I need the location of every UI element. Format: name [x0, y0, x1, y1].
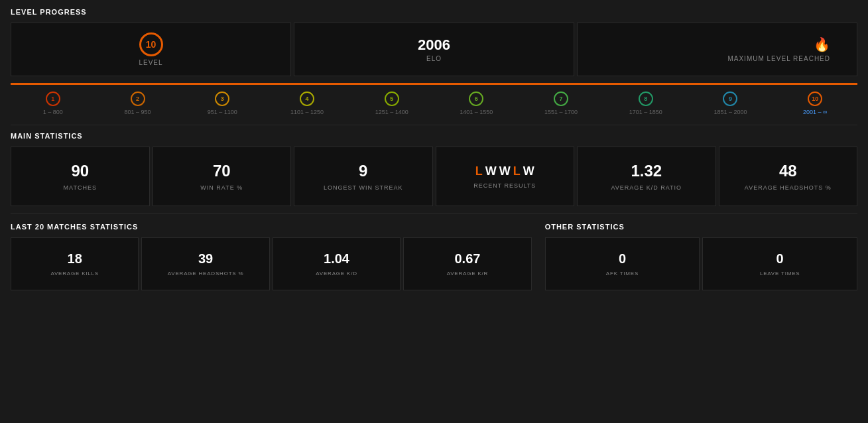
tick-range-5: 1251 – 1400 — [375, 109, 408, 115]
tick-item-6: 61401 – 1550 — [434, 91, 519, 115]
tick-item-3: 3951 – 1100 — [180, 91, 265, 115]
other-stats-row: 0AFK TIMES0LEAVE TIMES — [545, 237, 857, 290]
stat-value-4: 1.32 — [631, 162, 662, 180]
main-stats-section: MAIN STATISTICS 90MATCHES70WIN RATE %9LO… — [11, 132, 857, 206]
tick-circle-8: 8 — [639, 91, 653, 106]
last20-label-2: AVERAGE K/D — [316, 271, 357, 276]
level-circle: 10 — [139, 32, 163, 56]
last20-label-0: AVERAGE KILLS — [50, 271, 99, 276]
last20-card-0: 18AVERAGE KILLS — [11, 237, 139, 290]
stat-label-2: LONGEST WIN STREAK — [324, 184, 403, 191]
tick-item-2: 2801 – 950 — [95, 91, 180, 115]
other-stat-value-0: 0 — [619, 251, 626, 267]
stat-label-5: AVERAGE HEADSHOTS % — [745, 184, 832, 191]
last20-section: LAST 20 MATCHES STATISTICS 18AVERAGE KIL… — [11, 223, 532, 290]
stat-label-3: RECENT RESULTS — [473, 182, 536, 189]
max-level-content: 🔥 MAXIMUM LEVEL REACHED — [591, 36, 843, 62]
main-stat-card-3: LWWLWRECENT RESULTS — [436, 147, 575, 206]
level-progress-title: LEVEL PROGRESS — [11, 8, 857, 16]
last20-value-0: 18 — [68, 251, 82, 267]
other-stat-card-0: 0AFK TIMES — [545, 237, 700, 290]
last20-card-1: 39AVERAGE HEADSHOTS % — [141, 237, 269, 290]
elo-value: 2006 — [418, 36, 450, 54]
other-stats-section: OTHER STATISTICS 0AFK TIMES0LEAVE TIMES — [545, 223, 857, 290]
tick-range-4: 1101 – 1250 — [290, 109, 324, 115]
tick-range-8: 1701 – 1850 — [629, 109, 662, 115]
other-stat-label-0: AFK TIMES — [606, 271, 639, 276]
main-stats-title: MAIN STATISTICS — [11, 132, 857, 140]
last20-title: LAST 20 MATCHES STATISTICS — [11, 223, 532, 231]
tick-circle-5: 5 — [385, 91, 399, 106]
last20-label-1: AVERAGE HEADSHOTS % — [168, 271, 244, 276]
main-stat-card-1: 70WIN RATE % — [153, 147, 292, 206]
last20-label-3: AVERAGE K/R — [447, 271, 488, 276]
result-2: W — [499, 164, 511, 178]
last20-card-2: 1.04AVERAGE K/D — [273, 237, 401, 290]
level-card: 10 LEVEL — [11, 23, 291, 76]
other-stat-value-1: 0 — [776, 251, 784, 267]
main-stats-row: 90MATCHES70WIN RATE %9LONGEST WIN STREAK… — [11, 147, 857, 206]
level-progress-section: LEVEL PROGRESS 10 LEVEL 2006 ELO 🔥 MAXIM… — [11, 8, 857, 115]
progress-bar-section: 11 – 8002801 – 9503951 – 110041101 – 125… — [11, 83, 857, 115]
tick-circle-6: 6 — [469, 91, 483, 106]
main-container: LEVEL PROGRESS 10 LEVEL 2006 ELO 🔥 MAXIM… — [0, 0, 868, 298]
tick-range-2: 801 – 950 — [125, 109, 151, 115]
tick-item-10: 102001 – ∞ — [773, 91, 857, 115]
tick-item-4: 41101 – 1250 — [265, 91, 349, 115]
last20-value-3: 0.67 — [454, 251, 480, 267]
tick-range-6: 1401 – 1550 — [460, 109, 493, 115]
tick-range-7: 1551 – 1700 — [544, 109, 578, 115]
max-level-label: MAXIMUM LEVEL REACHED — [727, 55, 830, 62]
result-1: W — [485, 164, 497, 178]
tick-item-5: 51251 – 1400 — [349, 91, 434, 115]
tick-range-10: 2001 – ∞ — [803, 109, 827, 115]
level-label: LEVEL — [139, 59, 162, 66]
main-stat-card-0: 90MATCHES — [11, 147, 150, 206]
elo-label: ELO — [426, 55, 442, 62]
progress-fill — [11, 83, 857, 85]
result-0: L — [475, 164, 483, 178]
level-cards-row: 10 LEVEL 2006 ELO 🔥 MAXIMUM LEVEL REACHE… — [11, 23, 857, 76]
bottom-section: LAST 20 MATCHES STATISTICS 18AVERAGE KIL… — [11, 223, 857, 290]
stat-value-1: 70 — [213, 162, 231, 180]
tick-circle-10: 10 — [808, 91, 822, 106]
main-stat-card-4: 1.32AVERAGE K/D RATIO — [577, 147, 716, 206]
tick-range-1: 1 – 800 — [43, 109, 63, 115]
stat-value-5: 48 — [779, 162, 797, 180]
tick-item-8: 81701 – 1850 — [603, 91, 688, 115]
tick-item-7: 71551 – 1700 — [519, 91, 603, 115]
last20-stats-row: 18AVERAGE KILLS39AVERAGE HEADSHOTS %1.04… — [11, 237, 532, 290]
last20-value-1: 39 — [198, 251, 213, 267]
tick-range-9: 1851 – 2000 — [713, 109, 747, 115]
tick-item-1: 11 – 800 — [11, 91, 95, 115]
stat-value-2: 9 — [359, 162, 367, 180]
other-stat-card-1: 0LEAVE TIMES — [702, 237, 857, 290]
main-stat-card-2: 9LONGEST WIN STREAK — [294, 147, 433, 206]
last20-card-3: 0.67AVERAGE K/R — [403, 237, 531, 290]
tick-circle-4: 4 — [300, 91, 314, 106]
max-level-card: 🔥 MAXIMUM LEVEL REACHED — [577, 23, 857, 76]
elo-card: 2006 ELO — [294, 23, 574, 76]
tick-circle-7: 7 — [554, 91, 568, 106]
tick-item-9: 91851 – 2000 — [688, 91, 773, 115]
stat-value-0: 90 — [71, 162, 89, 180]
divider-1 — [11, 125, 857, 125]
level-ticks: 11 – 8002801 – 9503951 – 110041101 – 125… — [11, 91, 857, 115]
recent-results: LWWLW — [475, 164, 534, 178]
stat-label-4: AVERAGE K/D RATIO — [611, 184, 682, 191]
stat-label-0: MATCHES — [64, 184, 97, 191]
tick-range-3: 951 – 1100 — [208, 109, 237, 115]
main-stat-card-5: 48AVERAGE HEADSHOTS % — [719, 147, 858, 206]
last20-value-2: 1.04 — [324, 251, 349, 267]
result-4: W — [523, 164, 534, 178]
tick-circle-2: 2 — [131, 91, 145, 106]
tick-circle-3: 3 — [215, 91, 229, 106]
divider-2 — [11, 213, 857, 213]
stat-label-1: WIN RATE % — [200, 184, 243, 191]
other-stat-label-1: LEAVE TIMES — [760, 271, 800, 276]
progress-line — [11, 83, 857, 85]
tick-circle-1: 1 — [46, 91, 60, 106]
result-3: L — [513, 164, 521, 178]
level-number: 10 — [146, 39, 156, 50]
other-stats-title: OTHER STATISTICS — [545, 223, 857, 231]
